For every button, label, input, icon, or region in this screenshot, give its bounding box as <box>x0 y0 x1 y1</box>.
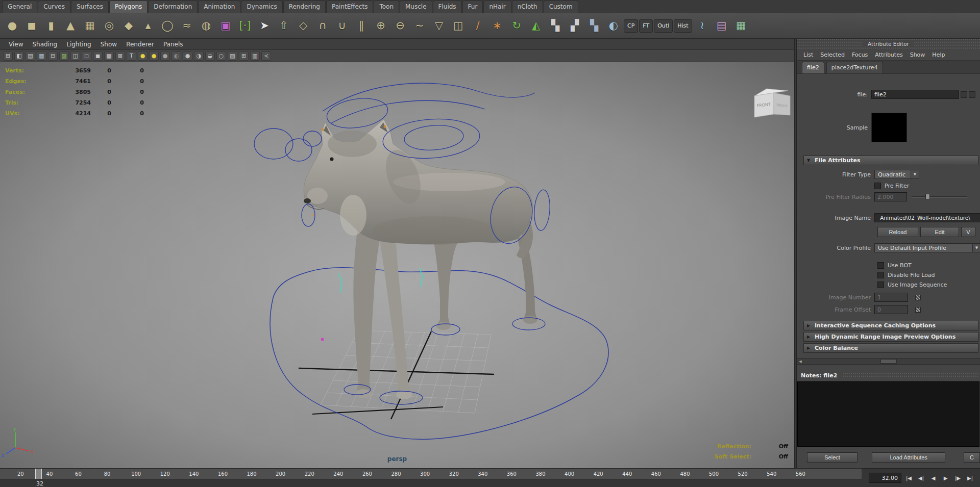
step-back-button[interactable]: ◀| <box>915 472 927 483</box>
focus-button[interactable] <box>961 91 967 98</box>
load-attributes-button[interactable]: Load Attributes <box>872 452 945 463</box>
shelf-tab[interactable]: Rendering <box>283 1 326 13</box>
use-image-sequence-checkbox[interactable] <box>877 281 884 288</box>
shelf-tab[interactable]: nHair <box>483 1 511 13</box>
merge-vertices-icon[interactable]: ∗ <box>488 17 506 35</box>
mirror-geometry-icon[interactable]: ◫ <box>449 17 468 35</box>
pane-layout-icon[interactable]: ⊞ <box>239 52 249 61</box>
disable-file-load-checkbox[interactable] <box>877 272 884 278</box>
all-lights-icon[interactable]: ● <box>149 52 159 61</box>
viewport-3d[interactable]: FRONT RIGHT y x z <box>0 62 794 468</box>
flip-triangle-icon[interactable]: ◭ <box>527 17 545 35</box>
pre-filter-radius-slider[interactable] <box>912 193 967 200</box>
play-backwards-button[interactable]: ◀ <box>927 472 939 483</box>
graph-editor-icon[interactable]: ≀ <box>693 17 712 35</box>
view-button[interactable]: V <box>961 227 975 237</box>
shelf-tab[interactable]: PaintEffects <box>326 1 373 13</box>
smooth-icon[interactable]: ~ <box>410 17 429 35</box>
textured-display-icon[interactable]: ◑ <box>194 52 204 61</box>
current-frame-marker[interactable] <box>35 469 42 479</box>
edit-button[interactable]: Edit <box>920 227 959 237</box>
2d-pan-zoom-icon[interactable]: ⊟ <box>48 52 58 61</box>
bevel-icon[interactable]: ◇ <box>294 17 312 35</box>
viewport-menu-item[interactable]: Renderer <box>121 41 159 48</box>
shelf-tab[interactable]: Muscle <box>400 1 432 13</box>
outliner-toggle-icon[interactable]: ▥ <box>250 52 260 61</box>
shelf-tab[interactable]: Fur <box>462 1 483 13</box>
attribute-editor-menu-item[interactable]: Focus <box>848 52 871 58</box>
spin-edge-icon[interactable]: ↻ <box>507 17 526 35</box>
image-name-field[interactable] <box>874 213 980 222</box>
bookmark-icon[interactable]: ▤ <box>26 52 35 61</box>
isolate-select-icon[interactable]: ▧ <box>228 52 237 61</box>
extrude-icon[interactable]: ⇧ <box>275 17 293 35</box>
scroll-left-icon[interactable]: ◀ <box>797 360 804 364</box>
play-forwards-button[interactable]: ▶ <box>940 472 951 483</box>
color-profile-dropdown[interactable]: Use Default Input Profile ▼ <box>874 243 980 252</box>
collapsed-section-header[interactable]: ▶ Interactive Sequence Caching Options <box>803 321 978 330</box>
shelf-tab[interactable]: Custom <box>544 1 578 13</box>
checker-b-icon[interactable]: ▞ <box>566 17 584 35</box>
shelf-tab[interactable]: Fluids <box>433 1 462 13</box>
grease-pencil-icon[interactable]: ▨ <box>59 52 69 61</box>
attribute-editor-tab[interactable]: file2 <box>802 62 824 73</box>
reduce-icon[interactable]: ▽ <box>430 17 448 35</box>
shelf-tab[interactable]: Dynamics <box>241 1 282 13</box>
viewport-menu-item[interactable]: Panels <box>159 41 188 48</box>
slider-handle[interactable] <box>925 194 930 200</box>
shelf-tab[interactable]: Animation <box>198 1 240 13</box>
resolution-gate-icon[interactable]: ◻ <box>82 52 91 61</box>
attribute-editor-menu-item[interactable]: List <box>800 52 817 58</box>
notes-textarea[interactable] <box>797 381 979 447</box>
sample-swatch[interactable] <box>871 113 907 142</box>
image-plane-icon[interactable]: ▦ <box>37 52 46 61</box>
file-name-field[interactable] <box>871 90 959 99</box>
shadows-icon[interactable]: ◐ <box>172 52 181 61</box>
select-camera-icon[interactable]: ⊞ <box>3 52 13 61</box>
viewport-menu-item[interactable]: Shading <box>28 41 62 48</box>
texture-map-icon[interactable] <box>915 295 921 300</box>
share-view-icon[interactable]: ≺ <box>261 52 271 61</box>
lock-camera-icon[interactable]: ◧ <box>14 52 24 61</box>
shelf-tab[interactable]: General <box>2 1 37 13</box>
outliner-shelf-button[interactable]: Outl <box>654 19 673 33</box>
go-to-end-button[interactable]: ▶| <box>964 472 976 483</box>
use-bot-checkbox[interactable] <box>877 262 884 269</box>
history-shelf-button[interactable]: Hist <box>674 19 692 33</box>
viewport-menu-item[interactable]: View <box>4 41 28 48</box>
default-light-icon[interactable]: ● <box>138 52 148 61</box>
ft-shelf-button[interactable]: FT <box>639 19 653 33</box>
render-view-icon[interactable]: ◐ <box>604 17 623 35</box>
shelf-tab[interactable]: Curves <box>38 1 70 13</box>
bridge-icon[interactable]: ∩ <box>313 17 332 35</box>
poly-cube-icon[interactable]: ◼ <box>22 17 41 35</box>
scrollbar-grip[interactable] <box>880 359 897 364</box>
filter-type-dropdown[interactable]: Quadratic ▼ <box>874 170 919 179</box>
shelf-tab[interactable]: Surfaces <box>71 1 109 13</box>
timeline[interactable]: 20 40 60 80 100 120 140 160 180 <box>0 469 862 479</box>
uv-texture-editor-icon[interactable]: ▦ <box>732 17 750 35</box>
poly-prism-icon[interactable]: ◆ <box>119 17 138 35</box>
paint-select-tool-icon[interactable]: [·] <box>236 17 254 35</box>
default-material-icon[interactable]: ◒ <box>205 52 215 61</box>
current-time-field[interactable] <box>869 473 901 483</box>
checker-a-icon[interactable]: ▚ <box>546 17 565 35</box>
texture-map-icon[interactable] <box>915 307 921 313</box>
shelf-tab[interactable]: Polygons <box>109 1 148 13</box>
attribute-editor-tab[interactable]: place2dTexture4 <box>826 62 883 73</box>
image-number-field[interactable] <box>874 293 908 302</box>
poly-pipe-icon[interactable]: ◯ <box>158 17 177 35</box>
boolean-difference-icon[interactable]: ⊖ <box>391 17 409 35</box>
poly-cone-icon[interactable]: ▲ <box>61 17 80 35</box>
poly-helix-icon[interactable]: ≈ <box>178 17 196 35</box>
reload-button[interactable]: Reload <box>877 227 918 237</box>
collapsed-section-header[interactable]: ▶ High Dynamic Range Image Preview Optio… <box>803 332 978 342</box>
copy-tab-button[interactable]: C <box>964 452 980 463</box>
poly-pyramid-icon[interactable]: ▴ <box>139 17 157 35</box>
shaded-display-icon[interactable]: ● <box>183 52 192 61</box>
frame-offset-field[interactable] <box>874 305 908 314</box>
gate-mask-icon[interactable]: ◼ <box>93 52 103 61</box>
horizontal-scrollbar[interactable]: ◀ <box>797 358 980 365</box>
separate-icon[interactable]: ∥ <box>352 17 371 35</box>
checker-c-icon[interactable]: ▚ <box>585 17 603 35</box>
